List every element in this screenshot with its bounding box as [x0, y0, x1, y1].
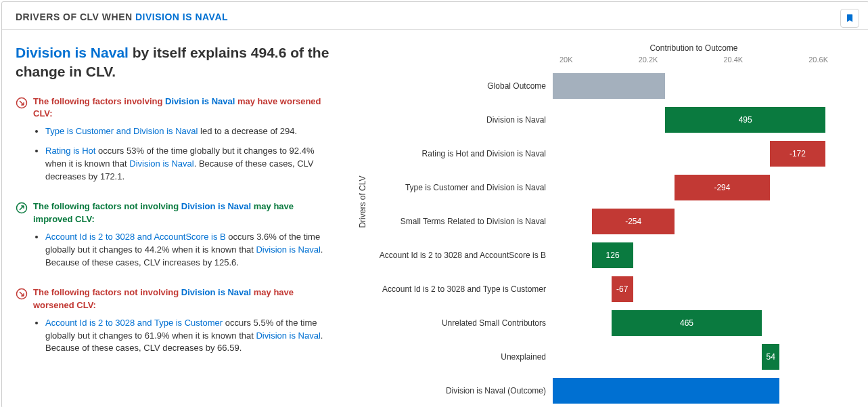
chart-bar[interactable]: 54 [762, 344, 779, 370]
factor-link[interactable]: Account Id is 2 to 3028 and Type is Cust… [45, 318, 223, 328]
bookmark-icon [845, 14, 854, 23]
bar-label: Division is Naval (Outcome) [343, 386, 553, 395]
x-tick-label: 20.4K [723, 56, 743, 64]
bar-value-label: -254 [625, 217, 641, 226]
bar-label: Unrelated Small Contributors [343, 318, 553, 328]
narrative-section: The following factors not involving Divi… [16, 200, 329, 276]
chart-bar[interactable]: 465 [612, 310, 762, 336]
bar-track: -172 [553, 137, 828, 171]
narrative-bullet: Account Id is 2 to 3028 and Type is Cust… [45, 317, 329, 356]
bar-label: Account Id is 2 to 3028 and AccountScore… [343, 251, 553, 260]
section-body: The following factors involving Division… [33, 95, 329, 190]
bar-value-label: -172 [790, 149, 806, 158]
waterfall-chart: Contribution to Outcome 20K20.2K20.4K20.… [343, 37, 855, 398]
section-title: The following factors not involving Divi… [33, 286, 329, 311]
chart-bar[interactable]: -294 [675, 175, 770, 200]
bar-track [553, 69, 828, 103]
arrow-down-circle-icon [16, 95, 33, 190]
bar-track: -67 [553, 272, 828, 306]
x-axis-ticks: 20K20.2K20.4K20.6K [559, 56, 828, 64]
bar-label: Division is Naval [343, 115, 553, 125]
chart-bar[interactable]: 495 [665, 107, 825, 133]
bar-track: -254 [553, 205, 828, 238]
factor-link[interactable]: Division is Naval [256, 330, 320, 341]
chart-bar[interactable]: -254 [592, 209, 675, 234]
factor-link[interactable]: Division is Naval [256, 244, 320, 255]
section-title: The following factors not involving Divi… [33, 200, 329, 225]
chart-bar-row: Unrelated Small Contributors465 [343, 306, 828, 340]
factor-link[interactable]: Type is Customer and Division is Naval [45, 126, 198, 136]
chart-bar-row: Unexplained54 [343, 340, 828, 374]
chart-bar-row: Global Outcome [343, 69, 828, 103]
chart-bar-row: Small Terms Related to Division is Naval… [343, 205, 828, 238]
bar-track: 495 [553, 103, 828, 137]
bar-value-label: -294 [714, 183, 730, 192]
bar-label: Rating is Hot and Division is Naval [343, 149, 553, 158]
panel-content: Division is Naval by itself explains 494… [2, 30, 868, 404]
narrative-column: Division is Naval by itself explains 494… [2, 30, 343, 404]
bar-label: Type is Customer and Division is Naval [343, 183, 553, 192]
chart-bar-row: Type is Customer and Division is Naval-2… [343, 171, 828, 205]
chart-column: Contribution to Outcome 20K20.2K20.4K20.… [343, 30, 868, 404]
bookmark-button[interactable] [840, 9, 859, 28]
narrative-bullet: Account Id is 2 to 3028 and AccountScore… [45, 231, 329, 270]
section-title: The following factors involving Division… [33, 95, 329, 120]
panel-header: DRIVERS OF CLV WHEN DIVISION IS NAVAL [2, 2, 868, 30]
x-tick-label: 20K [559, 56, 573, 64]
bar-track: 126 [553, 238, 828, 272]
narrative-bullet: Rating is Hot occurs 53% of the time glo… [45, 145, 329, 184]
narrative-section: The following factors not involving Divi… [16, 286, 329, 362]
section-body: The following factors not involving Divi… [33, 286, 329, 362]
bar-value-label: 126 [606, 251, 620, 260]
bar-label: Global Outcome [343, 81, 553, 91]
narrative-section: The following factors involving Division… [16, 95, 329, 190]
section-body: The following factors not involving Divi… [33, 200, 329, 276]
bar-label: Unexplained [343, 352, 553, 362]
bar-value-label: 465 [680, 318, 693, 328]
chart-bar-row: Division is Naval (Outcome) [343, 374, 828, 407]
bar-value-label: -67 [616, 284, 628, 294]
bar-track: -294 [553, 171, 828, 205]
main-statement: Division is Naval by itself explains 494… [16, 43, 329, 82]
bar-label: Account Id is 2 to 3028 and Type is Cust… [343, 284, 553, 294]
bar-track [553, 374, 828, 407]
chart-bar-row: Rating is Hot and Division is Naval-172 [343, 137, 828, 171]
chart-bar[interactable]: 126 [592, 242, 633, 268]
chart-bar[interactable] [553, 378, 779, 404]
bar-label: Small Terms Related to Division is Naval [343, 217, 553, 226]
drivers-panel: DRIVERS OF CLV WHEN DIVISION IS NAVAL Di… [1, 1, 868, 407]
narrative-bullet: Type is Customer and Division is Naval l… [45, 125, 329, 138]
arrow-down-circle-icon [16, 286, 33, 362]
chart-bar-row: Division is Naval495 [343, 103, 828, 137]
factor-link[interactable]: Rating is Hot [45, 146, 95, 156]
factor-link[interactable]: Account Id is 2 to 3028 and AccountScore… [45, 232, 226, 242]
chart-bar-row: Account Id is 2 to 3028 and AccountScore… [343, 238, 828, 272]
bar-track: 54 [553, 340, 828, 374]
bar-value-label: 54 [767, 352, 775, 362]
chart-bars-area: Global OutcomeDivision is Naval495Rating… [343, 69, 828, 398]
chart-bar[interactable] [553, 73, 665, 99]
x-tick-label: 20.6K [808, 56, 828, 64]
chart-bar[interactable]: -172 [770, 141, 825, 167]
chart-bar[interactable]: -67 [612, 276, 633, 302]
chart-bar-row: Account Id is 2 to 3028 and Type is Cust… [343, 272, 828, 306]
chart-title: Contribution to Outcome [343, 43, 828, 53]
bar-track: 465 [553, 306, 828, 340]
x-tick-label: 20.2K [639, 56, 658, 64]
factor-link[interactable]: Division is Naval [129, 158, 193, 169]
arrow-up-circle-icon [16, 200, 33, 276]
bar-value-label: 495 [739, 115, 752, 125]
panel-title: DRIVERS OF CLV WHEN DIVISION IS NAVAL [16, 12, 855, 22]
